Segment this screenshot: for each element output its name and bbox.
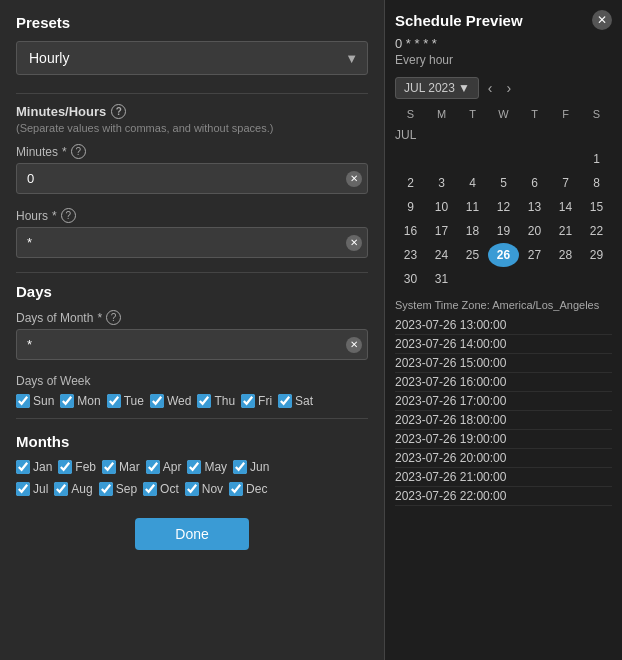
checkbox-sun[interactable] <box>16 394 30 408</box>
cal-empty <box>581 267 612 291</box>
cal-day-10[interactable]: 10 <box>426 195 457 219</box>
hours-clear-button[interactable]: ✕ <box>346 235 362 251</box>
month-checkbox-feb[interactable]: Feb <box>58 460 96 474</box>
cal-day-4[interactable]: 4 <box>457 171 488 195</box>
cal-day-23[interactable]: 23 <box>395 243 426 267</box>
checkbox-nov[interactable] <box>185 482 199 496</box>
cal-day-28[interactable]: 28 <box>550 243 581 267</box>
checkbox-may[interactable] <box>187 460 201 474</box>
checkbox-jun[interactable] <box>233 460 247 474</box>
dow-checkbox-thu[interactable]: Thu <box>197 394 235 408</box>
minutes-help-icon[interactable]: ? <box>71 144 86 159</box>
cal-day-24[interactable]: 24 <box>426 243 457 267</box>
dow-checkbox-tue[interactable]: Tue <box>107 394 144 408</box>
cal-empty <box>488 147 519 171</box>
hours-input[interactable] <box>16 227 368 258</box>
cal-day-20[interactable]: 20 <box>519 219 550 243</box>
cal-day-8[interactable]: 8 <box>581 171 612 195</box>
dow-checkbox-fri[interactable]: Fri <box>241 394 272 408</box>
minutes-input[interactable] <box>16 163 368 194</box>
cal-day-3[interactable]: 3 <box>426 171 457 195</box>
preset-select[interactable]: Hourly Daily Weekly Monthly Yearly Custo… <box>16 41 368 75</box>
checkbox-mar[interactable] <box>102 460 116 474</box>
cal-day-1[interactable]: 1 <box>581 147 612 171</box>
checkbox-jul[interactable] <box>16 482 30 496</box>
days-of-month-help-icon[interactable]: ? <box>106 310 121 325</box>
cal-day-7[interactable]: 7 <box>550 171 581 195</box>
checkbox-oct[interactable] <box>143 482 157 496</box>
cal-day-9[interactable]: 9 <box>395 195 426 219</box>
month-checkbox-may[interactable]: May <box>187 460 227 474</box>
calendar-month-label: JUL 2023 <box>404 81 455 95</box>
checkbox-dec[interactable] <box>229 482 243 496</box>
checkbox-thu[interactable] <box>197 394 211 408</box>
dow-checkbox-wed[interactable]: Wed <box>150 394 191 408</box>
divider-2 <box>16 272 368 273</box>
days-of-month-input[interactable] <box>16 329 368 360</box>
cal-day-18[interactable]: 18 <box>457 219 488 243</box>
cal-day-6[interactable]: 6 <box>519 171 550 195</box>
calendar-month-button[interactable]: JUL 2023 ▼ <box>395 77 479 99</box>
cal-day-12[interactable]: 12 <box>488 195 519 219</box>
checkbox-wed[interactable] <box>150 394 164 408</box>
cal-day-17[interactable]: 17 <box>426 219 457 243</box>
month-checkbox-sep[interactable]: Sep <box>99 482 137 496</box>
days-of-month-label: Days of Month * ? <box>16 310 368 325</box>
cal-day-14[interactable]: 14 <box>550 195 581 219</box>
cal-day-27[interactable]: 27 <box>519 243 550 267</box>
cal-day-30[interactable]: 30 <box>395 267 426 291</box>
checkbox-tue[interactable] <box>107 394 121 408</box>
dow-checkbox-sat[interactable]: Sat <box>278 394 313 408</box>
month-checkbox-dec[interactable]: Dec <box>229 482 267 496</box>
cal-day-22[interactable]: 22 <box>581 219 612 243</box>
checkbox-jan[interactable] <box>16 460 30 474</box>
divider-3 <box>16 418 368 419</box>
cal-day-2[interactable]: 2 <box>395 171 426 195</box>
checkbox-aug[interactable] <box>54 482 68 496</box>
dow-checkbox-sun[interactable]: Sun <box>16 394 54 408</box>
days-of-month-clear-button[interactable]: ✕ <box>346 337 362 353</box>
month-checkbox-mar[interactable]: Mar <box>102 460 140 474</box>
minutes-hours-help-icon[interactable]: ? <box>111 104 126 119</box>
month-checkbox-jun[interactable]: Jun <box>233 460 269 474</box>
calendar-next-button[interactable]: › <box>502 78 517 98</box>
month-checkbox-nov[interactable]: Nov <box>185 482 223 496</box>
schedule-time-item: 2023-07-26 16:00:00 <box>395 373 612 392</box>
month-checkbox-apr[interactable]: Apr <box>146 460 182 474</box>
done-button[interactable]: Done <box>135 518 248 550</box>
schedule-time-item: 2023-07-26 13:00:00 <box>395 316 612 335</box>
checkbox-feb[interactable] <box>58 460 72 474</box>
cal-day-15[interactable]: 15 <box>581 195 612 219</box>
months-row1: JanFebMarAprMayJun <box>16 460 368 474</box>
month-checkbox-aug[interactable]: Aug <box>54 482 92 496</box>
minutes-clear-button[interactable]: ✕ <box>346 171 362 187</box>
month-checkbox-oct[interactable]: Oct <box>143 482 179 496</box>
cal-day-26[interactable]: 26 <box>488 243 519 267</box>
close-button[interactable]: ✕ <box>592 10 612 30</box>
schedule-time-item: 2023-07-26 20:00:00 <box>395 449 612 468</box>
month-checkbox-jul[interactable]: Jul <box>16 482 48 496</box>
checkbox-mon[interactable] <box>60 394 74 408</box>
calendar-month-dropdown-arrow: ▼ <box>458 81 470 95</box>
months-row2: JulAugSepOctNovDec <box>16 482 368 496</box>
calendar-prev-button[interactable]: ‹ <box>483 78 498 98</box>
cal-day-29[interactable]: 29 <box>581 243 612 267</box>
cal-day-31[interactable]: 31 <box>426 267 457 291</box>
cal-day-19[interactable]: 19 <box>488 219 519 243</box>
hours-help-icon[interactable]: ? <box>61 208 76 223</box>
checkbox-sep[interactable] <box>99 482 113 496</box>
months-title: Months <box>16 433 368 450</box>
cal-empty <box>426 147 457 171</box>
dow-checkbox-mon[interactable]: Mon <box>60 394 100 408</box>
checkbox-apr[interactable] <box>146 460 160 474</box>
checkbox-sat[interactable] <box>278 394 292 408</box>
hours-label: Hours * ? <box>16 208 368 223</box>
cal-day-16[interactable]: 16 <box>395 219 426 243</box>
cal-day-5[interactable]: 5 <box>488 171 519 195</box>
cal-day-11[interactable]: 11 <box>457 195 488 219</box>
cal-day-21[interactable]: 21 <box>550 219 581 243</box>
cal-day-13[interactable]: 13 <box>519 195 550 219</box>
cal-day-25[interactable]: 25 <box>457 243 488 267</box>
month-checkbox-jan[interactable]: Jan <box>16 460 52 474</box>
checkbox-fri[interactable] <box>241 394 255 408</box>
